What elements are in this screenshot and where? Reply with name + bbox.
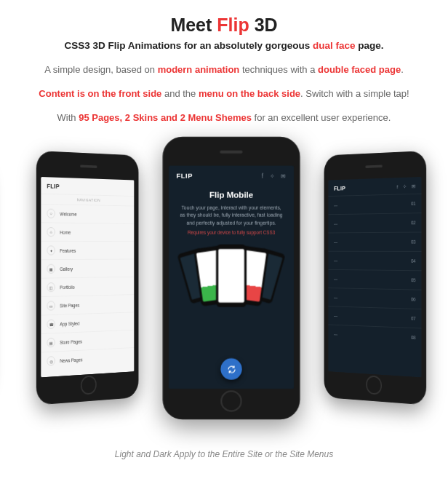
- mini-phone-fan: [185, 245, 277, 321]
- footer-caption: Light and Dark Apply to the Entire Site …: [7, 449, 441, 459]
- title-part2: 3D: [249, 15, 278, 35]
- brand-logo: FLIP: [176, 172, 193, 180]
- menu-item: ⌂Home: [41, 222, 134, 241]
- menu-item: ▦Gallery: [41, 259, 134, 278]
- hero-note: Requires your device to fully support CS…: [169, 231, 294, 235]
- title-part1: Meet: [170, 15, 217, 35]
- menu-item: ○Welcome: [41, 204, 134, 223]
- facebook-icon: f: [262, 173, 263, 179]
- title-red: Flip: [217, 15, 249, 35]
- phone-menu-light: FLIP NAVIGATION ○Welcome ⌂Home ✦Features…: [36, 151, 139, 405]
- menu-item: ✦Features: [41, 241, 134, 259]
- twitter-icon: ✧: [403, 183, 407, 190]
- menu-item: ◫Portfolio: [41, 277, 134, 296]
- main-title: Meet Flip 3D: [7, 15, 441, 36]
- menu-item: ◎News Pages: [41, 347, 134, 371]
- mail-icon: ✉: [412, 183, 416, 189]
- mail-icon: ✉: [281, 173, 286, 179]
- twitter-icon: ✧: [270, 173, 275, 179]
- promo-container: Meet Flip 3D CSS3 3D Flip Animations for…: [0, 0, 448, 459]
- hero-desc: Touch your page, interact with your elem…: [169, 199, 294, 228]
- refresh-icon: [226, 364, 236, 374]
- refresh-fab: [220, 358, 241, 379]
- hero-title: Flip Mobile: [169, 190, 294, 199]
- facebook-icon: f: [396, 183, 398, 189]
- para-3: With 95 Pages, 2 Skins and 2 Menu Shemes…: [7, 112, 441, 123]
- para-1: A simple design, based on modern animati…: [7, 64, 441, 75]
- para-2: Content is on the front side and the men…: [7, 88, 441, 99]
- phone-center: FLIP f ✧ ✉ Flip Mobile Touch your page, …: [163, 137, 300, 420]
- header-icons: f ✧ ✉: [262, 173, 287, 179]
- phone-showcase: FLIP Welco Elegance a Celebrating our UI…: [7, 143, 448, 442]
- subtitle: CSS3 3D Flip Animations for an absolutel…: [7, 40, 441, 51]
- phone-menu-dark: FLIP f✧✉ —01 —02 —03 —04 —05 —06 —07 —08: [324, 151, 427, 405]
